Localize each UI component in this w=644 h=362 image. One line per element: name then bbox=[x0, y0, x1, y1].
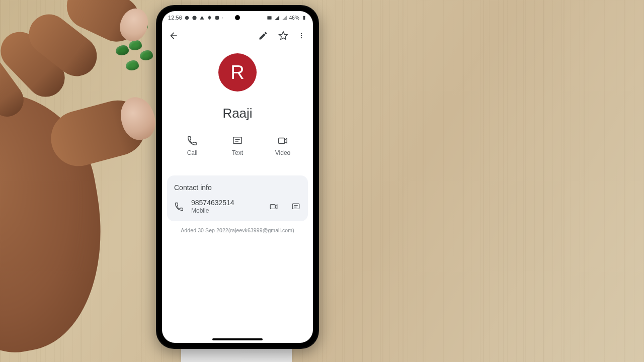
arrow-back-icon bbox=[169, 31, 179, 41]
status-fb-icon bbox=[192, 15, 197, 21]
video-label: Video bbox=[275, 149, 290, 156]
phone-outline-icon bbox=[174, 202, 184, 212]
star-icon bbox=[278, 31, 288, 41]
status-battery-pct: 46% bbox=[289, 15, 299, 21]
svg-point-0 bbox=[185, 16, 189, 19]
phone-type: Mobile bbox=[191, 207, 262, 214]
contact-header: R Raaji Call Text Video bbox=[162, 47, 313, 173]
status-nfc-icon bbox=[267, 15, 272, 21]
svg-rect-8 bbox=[233, 137, 242, 144]
back-button[interactable] bbox=[168, 30, 179, 41]
status-notif-icon bbox=[184, 15, 190, 21]
more-vert-icon bbox=[298, 31, 305, 41]
contact-info-card: Contact info 98574632514 Mobile bbox=[167, 175, 308, 221]
svg-point-5 bbox=[301, 33, 302, 34]
svg-point-7 bbox=[301, 37, 302, 38]
video-icon bbox=[277, 135, 288, 146]
camera-hole bbox=[235, 15, 240, 20]
screen: 12:56 · 46% bbox=[162, 11, 313, 343]
status-signal2-icon bbox=[282, 15, 287, 21]
contact-name: Raaji bbox=[170, 106, 305, 121]
svg-rect-3 bbox=[267, 16, 271, 19]
text-label: Text bbox=[232, 149, 243, 156]
status-signal-icon bbox=[274, 15, 280, 21]
row-message-button[interactable] bbox=[291, 202, 301, 212]
status-time: 12:56 bbox=[168, 15, 182, 21]
svg-rect-4 bbox=[303, 16, 305, 19]
status-snap-icon bbox=[207, 15, 212, 21]
status-share-icon bbox=[199, 15, 205, 21]
call-action[interactable]: Call bbox=[178, 135, 206, 156]
app-bar bbox=[162, 24, 313, 47]
message-small-icon bbox=[291, 202, 300, 211]
phone-lead-icon bbox=[174, 202, 184, 212]
svg-rect-2 bbox=[215, 16, 219, 19]
svg-rect-12 bbox=[270, 204, 275, 209]
svg-rect-11 bbox=[279, 138, 285, 144]
favorite-button[interactable] bbox=[278, 30, 289, 41]
row-video-button[interactable] bbox=[269, 202, 279, 212]
pencil-icon bbox=[258, 31, 268, 41]
action-row: Call Text Video bbox=[170, 135, 305, 165]
gesture-bar[interactable] bbox=[212, 338, 263, 340]
svg-rect-13 bbox=[292, 204, 299, 209]
contact-avatar[interactable]: R bbox=[218, 53, 257, 92]
text-action[interactable]: Text bbox=[223, 135, 252, 156]
edit-button[interactable] bbox=[258, 30, 269, 41]
avatar-initial: R bbox=[230, 62, 244, 83]
status-battery-icon bbox=[301, 15, 307, 21]
phone-icon bbox=[187, 135, 198, 146]
status-more-dot: · bbox=[222, 15, 223, 21]
phone-number: 98574632514 bbox=[191, 199, 262, 207]
contact-info-title: Contact info bbox=[174, 184, 301, 192]
svg-point-1 bbox=[192, 16, 196, 20]
svg-point-6 bbox=[301, 35, 302, 36]
added-note: Added 30 Sep 2022(rajeevk63999@gmail.com… bbox=[162, 227, 313, 233]
call-label: Call bbox=[187, 149, 198, 156]
overflow-button[interactable] bbox=[298, 30, 305, 41]
phone-row[interactable]: 98574632514 Mobile bbox=[174, 199, 301, 214]
phone-frame: 12:56 · 46% bbox=[156, 5, 319, 349]
video-small-icon bbox=[269, 202, 278, 211]
status-insta-icon bbox=[214, 15, 220, 21]
video-action[interactable]: Video bbox=[269, 135, 297, 156]
message-icon bbox=[232, 135, 243, 146]
